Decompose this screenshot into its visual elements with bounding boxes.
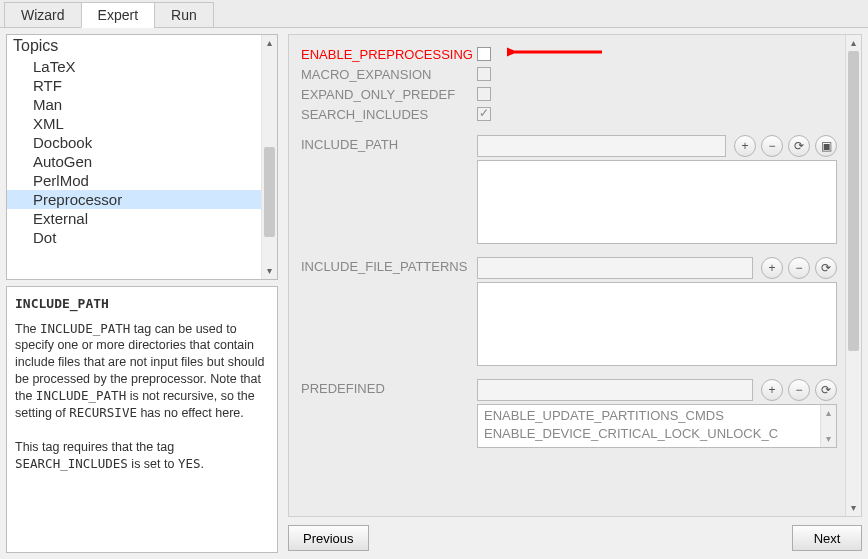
scroll-thumb[interactable] (264, 147, 275, 237)
scroll-down-icon[interactable]: ▾ (821, 431, 836, 447)
remove-button[interactable]: − (761, 135, 783, 157)
tab-expert[interactable]: Expert (81, 2, 155, 28)
form-scrollbar[interactable]: ▴ ▾ (845, 35, 861, 516)
help-paragraph: The INCLUDE_PATH tag can be used to spec… (15, 321, 269, 422)
tree-scrollbar[interactable]: ▴ ▾ (261, 35, 277, 279)
list-item[interactable]: ENABLE_UPDATE_PARTITIONS_CMDS (484, 407, 830, 425)
add-button[interactable]: + (761, 257, 783, 279)
next-button[interactable]: Next (792, 525, 862, 551)
tree-item-latex[interactable]: LaTeX (7, 57, 277, 76)
input-include-file-patterns[interactable] (477, 257, 753, 279)
checkbox-search-includes[interactable] (477, 107, 491, 121)
help-panel: INCLUDE_PATH The INCLUDE_PATH tag can be… (6, 286, 278, 553)
tab-wizard[interactable]: Wizard (4, 2, 82, 28)
label-expand-only-predef: EXPAND_ONLY_PREDEF (301, 85, 477, 102)
form-area: ENABLE_PREPROCESSING MACRO_EXPANSION EXP… (288, 34, 862, 517)
scroll-up-icon[interactable]: ▴ (846, 35, 861, 51)
label-predefined: PREDEFINED (301, 379, 477, 396)
checkbox-macro-expansion[interactable] (477, 67, 491, 81)
list-item[interactable]: ENABLE_DEVICE_CRITICAL_LOCK_UNLOCK_C (484, 425, 830, 443)
label-enable-preprocessing: ENABLE_PREPROCESSING (301, 45, 477, 62)
scroll-up-icon[interactable]: ▴ (821, 405, 836, 421)
label-search-includes: SEARCH_INCLUDES (301, 105, 477, 122)
tree-item-man[interactable]: Man (7, 95, 277, 114)
tree-item-autogen[interactable]: AutoGen (7, 152, 277, 171)
checkbox-enable-preprocessing[interactable] (477, 47, 491, 61)
label-macro-expansion: MACRO_EXPANSION (301, 65, 477, 82)
tree-item-rtf[interactable]: RTF (7, 76, 277, 95)
help-paragraph: This tag requires that the tag SEARCH_IN… (15, 439, 269, 473)
tree-item-xml[interactable]: XML (7, 114, 277, 133)
label-include-path: INCLUDE_PATH (301, 135, 477, 152)
input-predefined[interactable] (477, 379, 753, 401)
tree-item-preprocessor[interactable]: Preprocessor (7, 190, 277, 209)
tree-item-external[interactable]: External (7, 209, 277, 228)
remove-button[interactable]: − (788, 257, 810, 279)
tree-title: Topics (7, 35, 277, 57)
remove-button[interactable]: − (788, 379, 810, 401)
annotation-arrow (507, 45, 607, 61)
previous-button[interactable]: Previous (288, 525, 369, 551)
tab-row: Wizard Expert Run (0, 0, 868, 28)
help-title: INCLUDE_PATH (15, 295, 269, 313)
tree-item-dot[interactable]: Dot (7, 228, 277, 247)
scroll-up-icon[interactable]: ▴ (262, 35, 277, 51)
tree-item-docbook[interactable]: Docbook (7, 133, 277, 152)
label-include-file-patterns: INCLUDE_FILE_PATTERNS (301, 257, 477, 274)
scroll-down-icon[interactable]: ▾ (262, 263, 277, 279)
add-button[interactable]: + (734, 135, 756, 157)
checkbox-expand-only-predef[interactable] (477, 87, 491, 101)
tab-run[interactable]: Run (154, 2, 214, 28)
refresh-button[interactable]: ⟳ (815, 257, 837, 279)
browse-button[interactable]: ▣ (815, 135, 837, 157)
refresh-button[interactable]: ⟳ (815, 379, 837, 401)
tree-item-perlmod[interactable]: PerlMod (7, 171, 277, 190)
list-scrollbar[interactable]: ▴ ▾ (820, 405, 836, 447)
input-include-path[interactable] (477, 135, 726, 157)
topics-tree: Topics LaTeXRTFManXMLDocbookAutoGenPerlM… (6, 34, 278, 280)
scroll-thumb[interactable] (848, 51, 859, 351)
list-include-path[interactable] (477, 160, 837, 244)
scroll-down-icon[interactable]: ▾ (846, 500, 861, 516)
list-include-file-patterns[interactable] (477, 282, 837, 366)
refresh-button[interactable]: ⟳ (788, 135, 810, 157)
add-button[interactable]: + (761, 379, 783, 401)
list-predefined[interactable]: ENABLE_UPDATE_PARTITIONS_CMDS ENABLE_DEV… (477, 404, 837, 448)
